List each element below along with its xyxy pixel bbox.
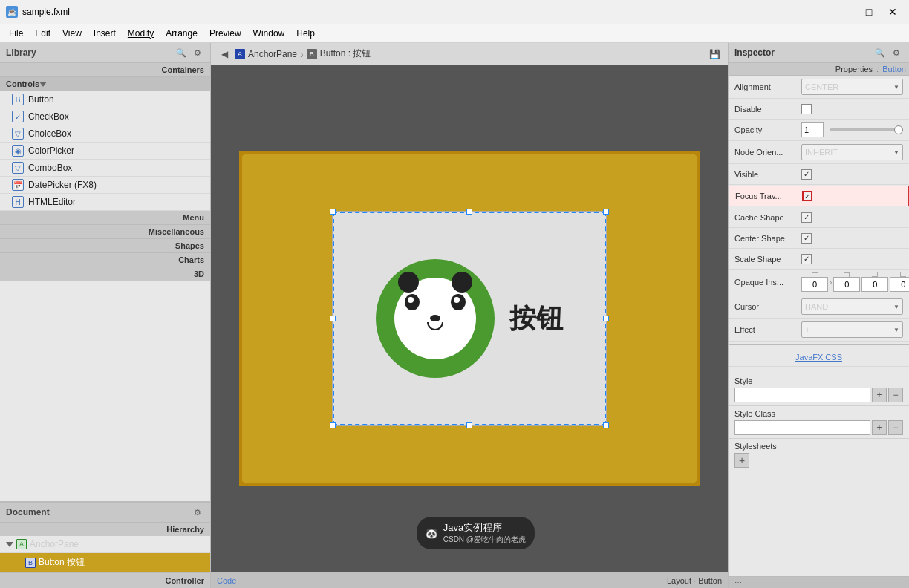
breadcrumb-anchorpane[interactable]: A AnchorPane [235, 49, 297, 59]
menu-edit[interactable]: Edit [29, 26, 56, 41]
menu-insert[interactable]: Insert [88, 26, 122, 41]
menu-bar: File Edit View Insert Modify Arrange Pre… [0, 24, 909, 43]
category-menu[interactable]: Menu [0, 211, 210, 225]
bottom-code[interactable]: Code [217, 576, 236, 585]
library-title: Library [6, 48, 36, 58]
cache-shape-control [801, 212, 903, 223]
handle-middle-left[interactable] [330, 316, 336, 321]
library-tree: Containers Controls B Button ✓ CheckBox … [0, 63, 210, 501]
menu-view[interactable]: View [56, 26, 88, 41]
canvas[interactable]: 按钮 🐼 Java实例程序 CSDN @爱吃牛肉的老虎 [211, 65, 728, 572]
disable-checkbox[interactable] [801, 104, 812, 114]
inspector-settings-button[interactable]: ⚙ [890, 46, 903, 59]
visible-checkbox[interactable] [801, 169, 812, 180]
style-class-input-row: + − [734, 420, 903, 435]
title-bar-controls: — □ ✕ [835, 4, 903, 19]
prop-scale-shape: Scale Shape [729, 249, 909, 270]
stylesheets-add-button[interactable]: + [734, 453, 749, 468]
inspector-icons: 🔍 ⚙ [873, 46, 903, 59]
inspector-bottom-left: ⋯ [734, 578, 742, 587]
style-input[interactable] [734, 388, 870, 402]
library-settings-button[interactable]: ⚙ [191, 46, 204, 59]
category-3d[interactable]: 3D [0, 267, 210, 281]
list-item-choicebox[interactable]: ▽ ChoiceBox [0, 125, 210, 143]
button-label: 按钮 [509, 301, 563, 337]
panda-circle [376, 259, 495, 378]
category-miscellaneous[interactable]: Miscellaneous [0, 225, 210, 239]
center-shape-checkbox[interactable] [801, 233, 812, 244]
opacity-input[interactable] [801, 122, 824, 137]
scale-shape-checkbox[interactable] [801, 254, 812, 264]
toolbar-save-button[interactable]: 💾 [707, 47, 722, 62]
style-class-section: Style Class + − [729, 406, 909, 439]
handle-top-right[interactable] [603, 209, 609, 215]
close-button[interactable]: ✕ [882, 4, 903, 19]
minimize-button[interactable]: — [835, 4, 856, 19]
handle-top-left[interactable] [330, 209, 336, 215]
category-controls[interactable]: Controls [0, 77, 210, 91]
inspector-search-button[interactable]: 🔍 [873, 46, 887, 59]
list-item-datepicker[interactable]: 📅 DatePicker (FX8) [0, 177, 210, 194]
menu-window[interactable]: Window [247, 26, 291, 41]
document-settings-button[interactable]: ⚙ [191, 506, 204, 519]
handle-middle-right[interactable] [603, 316, 609, 321]
alignment-control: CENTER ▼ [801, 79, 903, 95]
breadcrumb-button[interactable]: B Button : 按钮 [307, 48, 371, 60]
node-orientation-dropdown[interactable]: INHERIT ▼ [801, 144, 903, 160]
handle-bottom-right[interactable] [603, 422, 609, 428]
watermark-title: Java实例程序 [443, 521, 526, 535]
cache-shape-checkbox[interactable] [801, 212, 812, 223]
opaque-left-input[interactable] [890, 277, 909, 292]
properties-list: Alignment CENTER ▼ Disable Opacity [729, 76, 909, 576]
doc-item-anchorpane[interactable]: A AnchorPane [0, 536, 210, 553]
list-item-combobox[interactable]: ▽ ComboBox [0, 160, 210, 177]
style-add-button[interactable]: + [872, 388, 887, 402]
style-class-input[interactable] [734, 420, 870, 435]
divider-1 [729, 344, 909, 345]
opacity-thumb[interactable] [894, 125, 903, 134]
style-class-add-button[interactable]: + [872, 420, 887, 435]
category-charts[interactable]: Charts [0, 253, 210, 267]
prop-alignment: Alignment CENTER ▼ [729, 76, 909, 99]
panda-nose [430, 315, 440, 321]
doc-item-button[interactable]: B Button 按钮 [0, 553, 210, 572]
style-class-remove-button[interactable]: − [888, 420, 903, 435]
opaque-bottom-input[interactable] [861, 277, 888, 292]
menu-modify[interactable]: Modify [122, 26, 160, 41]
alignment-dropdown[interactable]: CENTER ▼ [801, 79, 903, 95]
menu-preview[interactable]: Preview [203, 26, 247, 41]
menu-help[interactable]: Help [290, 26, 321, 41]
list-item-htmleditor[interactable]: H HTMLEditor [0, 194, 210, 211]
properties-tab[interactable]: Properties : Button [835, 65, 906, 74]
opacity-control [801, 122, 903, 137]
category-containers[interactable]: Containers [0, 63, 210, 77]
inspector-bottom: ⋯ [729, 576, 909, 588]
handle-bottom-center[interactable] [466, 422, 472, 428]
handle-top-center[interactable] [466, 209, 472, 215]
document-tree: A AnchorPane B Button 按钮 [0, 536, 210, 572]
node-orientation-control: INHERIT ▼ [801, 144, 903, 160]
style-remove-button[interactable]: − [888, 388, 903, 402]
handle-bottom-left[interactable] [330, 422, 336, 428]
prop-center-shape: Center Shape [729, 228, 909, 249]
effect-dropdown-arrow: ▼ [893, 327, 899, 333]
breadcrumb: A AnchorPane › B Button : 按钮 [235, 48, 371, 60]
focus-trav-checkbox[interactable] [802, 191, 812, 201]
opaque-top-input[interactable] [801, 277, 828, 292]
toolbar-back-button[interactable]: ◀ [217, 47, 232, 62]
list-item-checkbox[interactable]: ✓ CheckBox [0, 108, 210, 125]
menu-arrange[interactable]: Arrange [160, 26, 203, 41]
cursor-dropdown[interactable]: HAND ▼ [801, 298, 903, 315]
alignment-label: Alignment [734, 82, 801, 91]
opacity-slider[interactable] [830, 128, 903, 131]
opaque-right-input[interactable] [833, 277, 860, 292]
effect-dropdown[interactable]: + ▼ [801, 321, 903, 338]
divider-2 [729, 370, 909, 370]
maximize-button[interactable]: □ [858, 4, 879, 19]
list-item-colorpicker[interactable]: ◉ ColorPicker [0, 143, 210, 160]
javafx-css-link[interactable]: JavaFX CSS [729, 348, 909, 367]
category-shapes[interactable]: Shapes [0, 239, 210, 253]
menu-file[interactable]: File [3, 26, 29, 41]
library-search-button[interactable]: 🔍 [175, 46, 188, 59]
list-item-button[interactable]: B Button [0, 91, 210, 108]
